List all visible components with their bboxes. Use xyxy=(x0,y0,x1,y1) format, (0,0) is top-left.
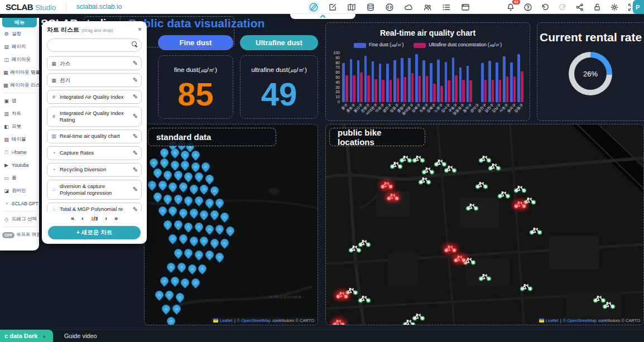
bike-locations-map[interactable]: public bike locations Leaflet| © OpenStr… xyxy=(325,124,644,325)
ultrafine-dust-button[interactable]: Ultrafine dust xyxy=(240,35,318,50)
legend-item[interactable]: Fine dust (㎍/㎥) xyxy=(354,42,403,49)
bike-marker-available[interactable] xyxy=(348,244,362,253)
sidebar-item-설정[interactable]: ⚙설정 xyxy=(0,27,39,40)
bike-marker-available[interactable] xyxy=(358,295,371,303)
bar xyxy=(401,58,403,102)
bike-marker-available[interactable] xyxy=(602,301,616,309)
tab-public-data-dark[interactable]: c data Dark ▲ xyxy=(0,330,53,342)
window-icon[interactable] xyxy=(460,2,471,13)
bike-marker-available[interactable] xyxy=(412,155,425,163)
bar-group xyxy=(363,53,371,102)
edit-icon[interactable]: ✎ xyxy=(133,60,138,67)
users-icon[interactable] xyxy=(422,2,433,13)
app-logo[interactable]: SCLAB Studio xyxy=(0,2,56,12)
edit-icon[interactable]: ✎ xyxy=(133,186,138,193)
sidebar-item-레이아웃[interactable]: ◫레이아웃 xyxy=(0,53,39,66)
list-icon[interactable] xyxy=(441,2,452,13)
edit-icon[interactable]: ✎ xyxy=(133,206,138,212)
shift-off-toggle[interactable]: OFF xyxy=(2,232,15,238)
chart-list-item[interactable]: ◔Recycling Diversion✎ xyxy=(47,163,142,177)
chart-list-item[interactable]: ▦전기✎ xyxy=(47,73,142,87)
sidebar-item-테이블[interactable]: ▨테이블 xyxy=(0,133,39,146)
bike-marker-alert[interactable] xyxy=(335,291,349,299)
bar-group xyxy=(407,53,415,102)
bell-icon[interactable]: 03 xyxy=(505,2,516,13)
edit-icon[interactable]: ✎ xyxy=(133,166,138,174)
new-chart-button[interactable]: + 새로운 차트 xyxy=(48,226,141,239)
cloud-icon[interactable] xyxy=(403,2,414,13)
sidebar-item-피봇[interactable]: ◧피봇 xyxy=(0,120,39,133)
collapse-toolbar-notch[interactable] xyxy=(290,14,355,19)
bike-marker-available[interactable] xyxy=(497,190,511,199)
bike-marker-alert[interactable] xyxy=(380,181,393,189)
standard-data-map[interactable]: standard data HIROSHIMA· ⌂⌂⌂⌂⌂⌂⌂⌂⌂⌂⌂⌂⌂⌂⌂… xyxy=(144,124,318,325)
sidebar-item-레이아웃-리스트[interactable]: ▩레이아웃 리스트 xyxy=(0,79,39,91)
sidebar-item-youtube[interactable]: ▶Youtube xyxy=(0,158,39,171)
last-page-button[interactable]: » xyxy=(114,215,118,221)
edit-icon[interactable]: ✎ xyxy=(133,133,138,140)
bike-marker-available[interactable] xyxy=(418,176,431,185)
close-icon[interactable]: × xyxy=(138,26,142,33)
sidebar-item-페이지[interactable]: ▤페이지 xyxy=(0,40,39,53)
redo-icon[interactable] xyxy=(557,2,568,13)
bike-marker-alert[interactable] xyxy=(513,200,527,209)
gear-icon[interactable] xyxy=(609,2,620,13)
code-icon[interactable] xyxy=(384,2,395,13)
bike-marker-available[interactable] xyxy=(513,185,527,193)
map-icon[interactable] xyxy=(346,2,357,13)
sidebar-item-레이아웃-템플릿[interactable]: ▦레이아웃 템플릿 xyxy=(0,66,39,79)
edit-icon[interactable]: ✎ xyxy=(133,113,138,120)
bike-marker-alert[interactable] xyxy=(332,319,345,325)
site-url[interactable]: sclabai.sclab.io xyxy=(76,3,122,11)
first-page-button[interactable]: « xyxy=(71,215,74,221)
unlock-icon[interactable] xyxy=(592,2,603,13)
sidebar-item-폼[interactable]: ▭폼 xyxy=(0,171,39,184)
chart-search-input[interactable] xyxy=(47,38,142,52)
legend-item[interactable]: Ultrafine dust concentration (㎍/㎥) xyxy=(414,42,502,49)
bike-marker-available[interactable] xyxy=(520,283,533,291)
sidebar-item-차트[interactable]: ▥차트 xyxy=(0,107,39,120)
bike-marker-available[interactable] xyxy=(465,203,479,211)
bike-marker-available[interactable] xyxy=(478,155,492,163)
prev-page-button[interactable]: ‹ xyxy=(81,215,84,221)
chart-list-item[interactable]: ▦가스✎ xyxy=(47,56,142,70)
next-page-button[interactable]: › xyxy=(105,215,107,221)
edit-icon[interactable]: ✎ xyxy=(133,93,138,100)
bike-marker-alert[interactable] xyxy=(386,192,400,201)
chart-list-item[interactable]: ∴diversion & capture Polynomial regressi… xyxy=(47,180,142,200)
bike-marker-available[interactable] xyxy=(488,162,501,171)
bike-marker-available[interactable] xyxy=(478,273,492,281)
sidebar-item-sclab-gpt[interactable]: ◔SCLAB GPT xyxy=(0,197,39,210)
chart-list-item[interactable]: #Integrated Air Quality Index Rating✎ xyxy=(47,107,142,127)
edit-icon[interactable]: ✎ xyxy=(133,76,138,84)
help-icon[interactable] xyxy=(522,2,534,13)
edit-icon[interactable]: ✎ xyxy=(133,150,138,157)
chart-list-item[interactable]: ▥Real-time air quality chart✎ xyxy=(47,129,142,143)
osm-link[interactable]: © OpenStreetMap xyxy=(237,318,271,323)
leaflet-link[interactable]: Leaflet xyxy=(220,318,233,323)
sidebar-item-드래그-선택[interactable]: ◇드래그 선택 xyxy=(0,213,39,225)
chart-list-item[interactable]: ◔Capture Rates✎ xyxy=(47,146,142,160)
leaflet-link[interactable]: Leaflet xyxy=(546,318,559,323)
bike-marker-available[interactable] xyxy=(529,227,542,235)
database-icon[interactable] xyxy=(365,2,376,13)
chart-list-item[interactable]: ∴Total & MGP Polynomial re✎ xyxy=(47,203,142,212)
bike-marker-available[interactable] xyxy=(421,166,435,175)
tab-guide-video[interactable]: Guide video xyxy=(53,330,120,342)
search-icon[interactable] xyxy=(132,41,137,46)
sidebar-item-앱[interactable]: ▣앱 xyxy=(0,94,39,107)
bike-marker-available[interactable] xyxy=(444,165,457,173)
bike-marker-alert[interactable] xyxy=(453,254,467,263)
compose-icon[interactable] xyxy=(327,2,338,13)
bike-marker-available[interactable] xyxy=(475,181,488,189)
osm-link[interactable]: © OpenStreetMap xyxy=(563,318,597,323)
share-icon[interactable] xyxy=(574,2,585,13)
bike-marker-available[interactable] xyxy=(399,155,412,163)
sidebar-item-i-frame[interactable]: □i-frame xyxy=(0,146,39,158)
undo-icon[interactable] xyxy=(540,2,551,13)
preview-button[interactable]: P xyxy=(633,0,644,14)
edit-pencil-icon[interactable] xyxy=(308,2,319,13)
bike-marker-available[interactable] xyxy=(402,319,416,325)
sidebar-item-컴바인[interactable]: ◪컴바인 xyxy=(0,184,39,197)
chart-list-item[interactable]: #Integrated Air Quality Index✎ xyxy=(47,90,142,104)
